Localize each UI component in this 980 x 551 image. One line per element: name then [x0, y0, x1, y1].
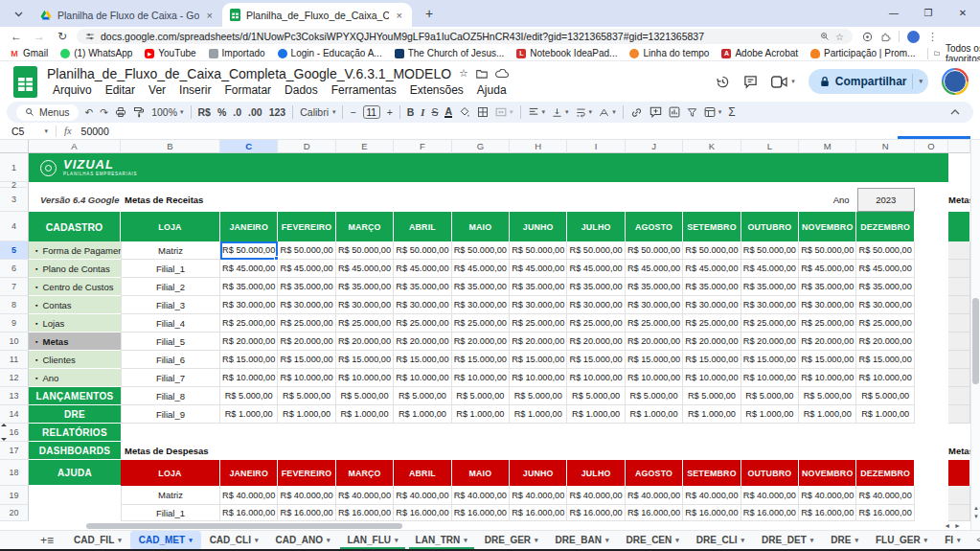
- cell-I6[interactable]: R$ 45.000,00: [567, 260, 625, 278]
- cell-L12[interactable]: R$ 10.000,00: [741, 369, 799, 387]
- select-all-corner[interactable]: [0, 140, 29, 153]
- cell-K20[interactable]: R$ 16.000,00: [683, 505, 741, 521]
- name-box[interactable]: C5 ▾: [0, 126, 56, 137]
- cell-H13[interactable]: R$ 5.000,00: [510, 387, 567, 405]
- sheet-tab-dre-ban[interactable]: DRE_BAN▾: [547, 531, 618, 550]
- cell-K9[interactable]: R$ 25.000,00: [683, 314, 741, 333]
- cell-I10[interactable]: R$ 20.000,00: [567, 333, 625, 351]
- cell-O7[interactable]: [915, 278, 948, 296]
- cell-G7[interactable]: R$ 35.000,00: [452, 278, 510, 296]
- version-history-icon[interactable]: [716, 75, 730, 89]
- column-header-I[interactable]: I: [567, 140, 625, 153]
- cell-G5[interactable]: R$ 50.000,00: [452, 241, 510, 260]
- row-header-1[interactable]: 1: [0, 153, 29, 182]
- cell-B13[interactable]: Filial_8: [121, 387, 220, 405]
- browser-profile-avatar[interactable]: [907, 31, 920, 43]
- column-header-D[interactable]: D: [278, 140, 335, 153]
- sidebar-item-contas[interactable]: ▪Contas: [29, 296, 121, 314]
- cell-N13[interactable]: R$ 5.000,00: [856, 387, 914, 405]
- cell-O12[interactable]: [915, 369, 948, 387]
- bookmark-importado[interactable]: Importado: [209, 48, 265, 58]
- sidebar-item-lojas[interactable]: ▪Lojas: [29, 314, 121, 333]
- row-header-7[interactable]: 7: [0, 278, 29, 296]
- cell-I13[interactable]: R$ 5.000,00: [567, 387, 625, 405]
- menu-extensoes[interactable]: Extensões: [404, 82, 469, 98]
- zoom-icon[interactable]: [820, 32, 830, 41]
- cloud-status-icon[interactable]: [495, 69, 509, 79]
- cell-E12[interactable]: R$ 10.000,00: [336, 369, 394, 387]
- cell-F13[interactable]: R$ 5.000,00: [394, 387, 451, 405]
- cell-B20[interactable]: Filial_1: [121, 505, 220, 521]
- cell-O9[interactable]: [915, 314, 948, 333]
- cell-E9[interactable]: R$ 25.000,00: [336, 314, 394, 333]
- paint-format-icon[interactable]: [133, 106, 145, 118]
- cell-M5[interactable]: R$ 50.000,00: [799, 241, 856, 260]
- row-header-6[interactable]: 6: [0, 260, 29, 278]
- increase-font-size-button[interactable]: +: [387, 106, 393, 118]
- cell-G19[interactable]: R$ 40.000,00: [452, 486, 510, 505]
- cell-G10[interactable]: R$ 20.000,00: [452, 333, 510, 351]
- add-sheet-button[interactable]: +: [40, 534, 47, 547]
- cell-O3[interactable]: [915, 188, 948, 212]
- cell-I5[interactable]: R$ 50.000,00: [567, 241, 625, 260]
- sidebar-item-centro-de-custos[interactable]: ▪Centro de Custos: [29, 278, 121, 296]
- cell-H10[interactable]: R$ 20.000,00: [510, 333, 567, 351]
- cell-I20[interactable]: R$ 16.000,00: [567, 505, 625, 521]
- cell-I14[interactable]: R$ 1.000,00: [567, 405, 625, 424]
- cell-L20[interactable]: R$ 16.000,00: [741, 505, 799, 521]
- row-header-12[interactable]: 12: [0, 369, 29, 387]
- sheet-tab-cad-met[interactable]: CAD_MET▾: [130, 531, 201, 550]
- sheet-tab-lan-trn[interactable]: LAN_TRN▾: [407, 531, 476, 550]
- cell-N7[interactable]: R$ 35.000,00: [856, 278, 914, 296]
- cell-P6[interactable]: [948, 260, 970, 278]
- cell-J8[interactable]: R$ 30.000,00: [626, 296, 683, 314]
- menu-editar[interactable]: Editar: [100, 82, 141, 98]
- cell-K19[interactable]: R$ 40.000,00: [683, 486, 741, 505]
- sidebar-item-metas[interactable]: ▪Metas: [29, 333, 121, 351]
- browser-tab-planilha-de-fluxo[interactable]: Planilha de Fluxo de Caixa - Go...×: [33, 3, 222, 27]
- cell-I19[interactable]: R$ 40.000,00: [567, 486, 625, 505]
- cell-G9[interactable]: R$ 25.000,00: [452, 314, 510, 333]
- nav-button-dashboards[interactable]: DASHBOARDS: [29, 442, 121, 460]
- cell-E5[interactable]: R$ 50.000,00: [336, 241, 394, 260]
- cell-E20[interactable]: R$ 16.000,00: [336, 505, 394, 521]
- cell-D19[interactable]: R$ 40.000,00: [278, 486, 335, 505]
- browser-menu-icon[interactable]: ⋮: [927, 31, 938, 43]
- cell-F12[interactable]: R$ 10.000,00: [394, 369, 451, 387]
- menu-ver[interactable]: Ver: [143, 82, 171, 98]
- cell-D6[interactable]: R$ 45.000,00: [278, 260, 335, 278]
- fill-color-icon[interactable]: [459, 106, 470, 118]
- cell-G8[interactable]: R$ 30.000,00: [452, 296, 510, 314]
- cell-M19[interactable]: R$ 40.000,00: [799, 486, 856, 505]
- undo-icon[interactable]: ↶: [85, 106, 94, 118]
- cell-H9[interactable]: R$ 25.000,00: [510, 314, 567, 333]
- tab-close-icon[interactable]: ×: [205, 10, 215, 21]
- cell-C9[interactable]: R$ 25.000,00: [220, 314, 278, 333]
- ano-value-cell[interactable]: 2023: [857, 188, 915, 212]
- cell-O14[interactable]: [915, 405, 948, 424]
- nav-button-dre[interactable]: DRE: [29, 405, 121, 424]
- sidebar-item-clientes[interactable]: ▪Clientes: [29, 351, 121, 369]
- more-formats-button[interactable]: 123: [269, 106, 286, 118]
- cell-P11[interactable]: [948, 351, 970, 369]
- cell-C19[interactable]: R$ 40.000,00: [220, 486, 278, 505]
- cell-E8[interactable]: R$ 30.000,00: [336, 296, 394, 314]
- functions-button[interactable]: Σ: [728, 105, 735, 119]
- bookmark-login-educacao-a[interactable]: Login - Educação A...: [278, 48, 382, 58]
- cell-G11[interactable]: R$ 15.000,00: [452, 351, 510, 369]
- cell-F14[interactable]: R$ 1.000,00: [394, 405, 451, 424]
- horizontal-align-button[interactable]: ▾: [528, 107, 546, 117]
- reload-icon[interactable]: ↻: [54, 30, 71, 43]
- sheet-tab-fi[interactable]: FI▾: [936, 531, 969, 550]
- sheet-tab-dre-det[interactable]: DRE_DET▾: [753, 531, 822, 550]
- cell-H6[interactable]: R$ 45.000,00: [510, 260, 567, 278]
- format-currency-button[interactable]: R$: [198, 106, 211, 118]
- cell-J14[interactable]: R$ 1.000,00: [626, 405, 683, 424]
- cell-C6[interactable]: R$ 45.000,00: [220, 260, 278, 278]
- row-header-9[interactable]: 9: [0, 314, 29, 333]
- cell-N5[interactable]: R$ 50.000,00: [856, 241, 914, 260]
- menu-ajuda[interactable]: Ajuda: [471, 82, 513, 98]
- cell-B6[interactable]: Filial_1: [121, 260, 220, 278]
- table-views-button[interactable]: ▾: [704, 106, 722, 118]
- cell-K14[interactable]: R$ 1.000,00: [683, 405, 741, 424]
